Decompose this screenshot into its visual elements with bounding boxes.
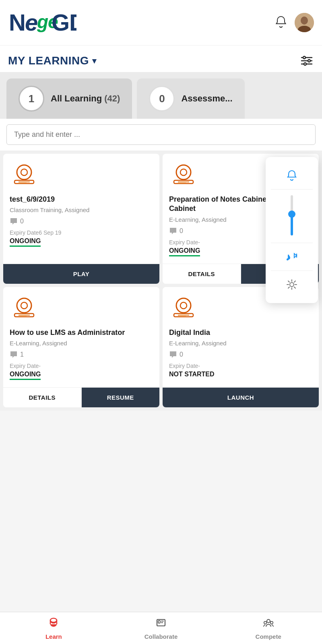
logo: N e ge GD: [8, 7, 76, 38]
svg-point-43: [267, 619, 270, 623]
course-subtitle-4: E-Learning, Assigned: [169, 340, 312, 347]
logo-svg: N e ge GD: [8, 7, 76, 35]
svg-point-29: [180, 302, 187, 309]
section-title[interactable]: MY LEARNING ▾: [8, 54, 97, 67]
tab-all-label: All Learning (42): [51, 93, 120, 104]
popup-divider-3: [271, 270, 313, 271]
nav-item-collaborate[interactable]: Collaborate: [107, 612, 215, 644]
tab-assess-count: 0: [149, 86, 175, 111]
learn-icon: [47, 616, 60, 631]
course-icon-4: [169, 294, 198, 323]
course-title-3: How to use LMS as Administrator: [10, 328, 153, 337]
svg-rect-41: [161, 621, 164, 621]
course-actions-1: PLAY: [3, 264, 159, 284]
tabs-row: 1 All Learning (42) 0 Assessme...: [0, 72, 322, 119]
search-bar-container: [0, 119, 322, 151]
popup-panel: ♪: [266, 157, 318, 303]
course-actions-3: DETAILS RESUME: [3, 387, 159, 407]
svg-point-45: [270, 621, 272, 624]
nav-collaborate-label: Collaborate: [144, 633, 178, 640]
svg-point-44: [264, 621, 266, 624]
course-card-1: test_6/9/2019 Classroom Training, Assign…: [3, 154, 159, 284]
course-comments-4: 0: [169, 351, 312, 359]
bottom-nav: Learn Collaborate Compete: [0, 612, 322, 644]
course-subtitle-3: E-Learning, Assigned: [10, 340, 153, 347]
course-title-1: test_6/9/2019: [10, 195, 153, 204]
course-status-2: ONGOING: [169, 247, 200, 256]
logo-text: N e ge GD: [8, 7, 76, 38]
section-header: MY LEARNING ▾: [0, 45, 322, 72]
svg-text:GD: GD: [52, 9, 76, 35]
chevron-icon: ▾: [92, 56, 97, 66]
play-button-1[interactable]: PLAY: [3, 264, 159, 284]
svg-point-23: [17, 298, 31, 313]
course-actions-4: LAUNCH: [163, 387, 319, 407]
popup-settings-item[interactable]: [266, 272, 318, 297]
course-icon-2: [169, 161, 198, 190]
popup-music-item[interactable]: ♪: [266, 245, 318, 269]
nav-compete-label: Compete: [256, 633, 281, 640]
app-header: N e ge GD: [0, 0, 322, 45]
svg-point-19: [180, 169, 187, 175]
slider-thumb[interactable]: [288, 211, 295, 218]
svg-text:N: N: [9, 9, 25, 35]
launch-button-4[interactable]: LAUNCH: [163, 388, 319, 407]
course-card-3: How to use LMS as Administrator E-Learni…: [3, 287, 159, 407]
svg-point-18: [176, 165, 191, 180]
resume-button-3[interactable]: RESUME: [82, 388, 160, 407]
svg-text:e: e: [25, 9, 37, 35]
svg-rect-40: [158, 621, 160, 623]
compete-icon: [262, 616, 275, 631]
course-title-4: Digital India: [169, 328, 312, 337]
course-expiry-3: Expiry Date-: [10, 363, 153, 369]
details-button-2[interactable]: DETAILS: [163, 264, 241, 284]
nav-item-learn[interactable]: Learn: [0, 612, 107, 644]
svg-point-12: [304, 63, 306, 65]
volume-slider-container[interactable]: [266, 191, 318, 241]
svg-point-28: [176, 298, 191, 313]
svg-point-24: [21, 302, 27, 309]
collaborate-icon: [155, 616, 167, 631]
details-button-3[interactable]: DETAILS: [3, 388, 82, 407]
tab-assess-label: Assessme...: [181, 93, 232, 104]
search-input[interactable]: [6, 124, 316, 145]
nav-item-compete[interactable]: Compete: [215, 612, 322, 644]
popup-divider-1: [271, 189, 313, 190]
header-icons: [275, 13, 314, 32]
course-icon-3: [10, 294, 39, 323]
course-status-1: ONGOING: [10, 237, 41, 247]
svg-point-14: [21, 169, 27, 175]
avatar[interactable]: [295, 13, 314, 32]
course-status-3: ONGOING: [10, 371, 41, 380]
course-status-4: NOT STARTED: [169, 371, 312, 378]
course-expiry-1: Expiry Date6 Sep 19: [10, 229, 153, 236]
filter-icon[interactable]: [299, 54, 314, 68]
popup-divider-2: [271, 243, 313, 243]
svg-point-10: [308, 60, 310, 62]
nav-learn-label: Learn: [45, 633, 62, 640]
svg-text:♪: ♪: [286, 252, 291, 262]
bell-icon[interactable]: [275, 15, 287, 30]
svg-point-8: [303, 56, 305, 59]
course-expiry-4: Expiry Date-: [169, 363, 312, 369]
svg-rect-42: [161, 622, 163, 623]
tab-all-learning[interactable]: 1 All Learning (42): [6, 78, 132, 119]
tab-all-count: 1: [19, 86, 44, 111]
course-subtitle-1: Classroom Training, Assigned: [10, 206, 153, 213]
section-title-text: MY LEARNING: [8, 54, 89, 67]
svg-point-5: [301, 17, 308, 25]
slider-track: [291, 195, 293, 235]
popup-bell-item[interactable]: [266, 163, 318, 188]
course-icon-1: [10, 161, 39, 190]
course-comments-3: 1: [10, 351, 153, 359]
svg-point-35: [290, 283, 294, 287]
svg-point-13: [17, 165, 31, 180]
tab-assessments[interactable]: 0 Assessme...: [137, 78, 244, 119]
course-comments-1: 0: [10, 217, 153, 225]
course-card-4: Digital India E-Learning, Assigned 0 Exp…: [163, 287, 319, 407]
